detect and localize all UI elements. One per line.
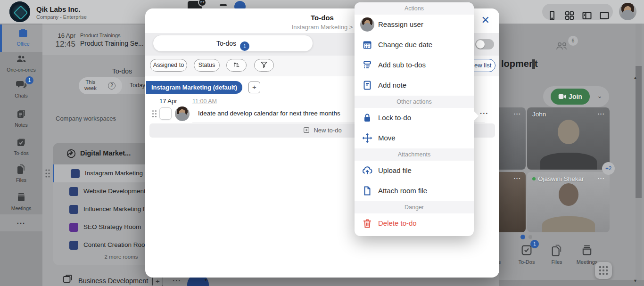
chevron-down-icon[interactable]: ▾ xyxy=(205,277,207,282)
sidebar-item-notes[interactable]: Notes xyxy=(0,108,42,128)
sidebar-item-chats[interactable]: Chats 1 xyxy=(0,79,42,98)
toolbar-item-files[interactable]: Files xyxy=(542,244,572,265)
tile-menu-icon[interactable]: ... xyxy=(598,109,605,116)
sidebar-item-todos[interactable]: To-dos xyxy=(0,137,42,156)
drag-handle-icon[interactable] xyxy=(45,169,50,178)
filter-today[interactable]: Today xyxy=(130,82,145,89)
tile-menu-icon[interactable]: ... xyxy=(514,173,521,180)
status-filter[interactable]: Status xyxy=(194,59,220,72)
join-call-button[interactable]: Join xyxy=(551,89,590,105)
apps-grid-button[interactable] xyxy=(595,262,612,279)
tab-todos[interactable]: To-dos1 xyxy=(153,35,313,51)
workspace-stack-icon xyxy=(61,273,74,285)
user-avatar[interactable] xyxy=(619,3,636,20)
add-list-button[interactable]: + xyxy=(248,82,260,93)
meeting-time: 12:45 xyxy=(53,40,75,49)
grid-layout-icon[interactable] xyxy=(564,10,575,21)
room-name: SEO Strategy Room xyxy=(83,223,141,230)
pagination-dot-active[interactable] xyxy=(520,235,525,239)
bottom-strip xyxy=(499,280,644,286)
overflow-participants-badge[interactable]: +2 xyxy=(602,162,615,175)
sidebar-item-meetings[interactable]: Meetings xyxy=(0,192,42,211)
pagination-dot[interactable] xyxy=(528,235,532,239)
files-icon xyxy=(550,244,563,257)
close-icon[interactable]: ✕ xyxy=(481,14,490,26)
this-week-count-badge: 2 xyxy=(108,82,116,90)
toggle-knob xyxy=(476,40,485,49)
room-color-swatch xyxy=(71,169,80,178)
sidebar-item-label: Chats xyxy=(0,93,42,98)
share-icon[interactable] xyxy=(66,148,76,159)
toolbar-label: Files xyxy=(542,259,572,265)
completed-toggle[interactable] xyxy=(475,39,494,49)
app-window: Qik Labs Inc. Company - Enterprise 27 Of… xyxy=(0,0,644,286)
join-options-chevron-icon[interactable]: ⌄ xyxy=(592,89,607,104)
people-icon xyxy=(16,58,27,66)
members-icon[interactable] xyxy=(555,40,569,51)
scroll-up-icon[interactable]: ▲ xyxy=(633,75,637,80)
scroll-down-icon[interactable]: ▼ xyxy=(633,278,637,283)
calendar-badge: 27 xyxy=(198,0,206,7)
assignee-avatar xyxy=(360,17,374,32)
minimize-icon[interactable] xyxy=(220,4,227,6)
tile-menu-icon[interactable]: ... xyxy=(598,173,605,180)
todo-time-link[interactable]: 11:00 AM xyxy=(192,98,217,105)
move-icon xyxy=(362,132,373,144)
list-tab-instagram-marketing[interactable]: Instagram Marketing (default) xyxy=(146,81,242,94)
workspace-business-development[interactable]: Business Development xyxy=(78,277,148,285)
filter-button[interactable] xyxy=(254,59,274,72)
split-layout-icon[interactable] xyxy=(581,10,593,21)
workspace-title: Digital Market... xyxy=(80,149,131,157)
todo-actions-button[interactable]: ... xyxy=(480,107,489,115)
assignee-avatar[interactable] xyxy=(175,106,190,121)
tile-menu-icon[interactable]: ... xyxy=(514,109,521,116)
todos-badge: 1 xyxy=(530,240,539,248)
sidebar-item-label: Files xyxy=(0,177,42,183)
toolbar-item-todos[interactable]: 1 To-Dos xyxy=(512,244,542,265)
assigned-to-filter[interactable]: Assigned to xyxy=(150,59,187,72)
title-marker xyxy=(532,59,535,69)
drag-handle-icon[interactable] xyxy=(152,110,157,118)
room-name: Instagram Marketing xyxy=(85,170,143,177)
sort-button[interactable] xyxy=(226,59,247,72)
cloud-upload-icon xyxy=(362,165,373,176)
participant-tile-ojaswini[interactable]: Ojaswini Shekar ... xyxy=(527,172,610,232)
participant-name: Ojaswini Shekar xyxy=(532,175,584,182)
menu-item-add-sub-todos[interactable]: Add sub to-dos xyxy=(355,55,474,75)
archive-icon xyxy=(16,196,27,204)
scrollbar-thumb[interactable] xyxy=(636,66,642,198)
company-workspaces-label[interactable]: Company workspaces xyxy=(56,115,116,122)
room-color-swatch xyxy=(69,223,78,232)
menu-item-upload-file[interactable]: Upload file xyxy=(355,161,474,181)
menu-section-header: Danger xyxy=(355,201,474,213)
room-name: Content Creation Roo xyxy=(83,241,145,248)
notes-icon xyxy=(16,113,27,121)
menu-item-add-note[interactable]: Add note xyxy=(355,75,474,96)
company-logo[interactable] xyxy=(9,1,30,22)
todo-checkbox[interactable] xyxy=(159,107,172,120)
meeting-title: Product Training Se... xyxy=(80,40,144,47)
sidebar-item-files[interactable]: Files xyxy=(0,163,42,183)
menu-item-move[interactable]: Move xyxy=(355,128,474,148)
menu-item-lock-todo[interactable]: Lock to-do xyxy=(355,108,474,128)
menu-item-reassign-user[interactable]: Reassign user xyxy=(355,15,474,35)
participant-tile-john[interactable]: John ... xyxy=(527,107,610,170)
funnel-icon xyxy=(260,60,268,69)
meeting-category: Product Trainings xyxy=(80,33,121,38)
toolbar-item-meetings[interactable]: Meetings xyxy=(572,244,602,265)
sidebar-more-button[interactable]: ... xyxy=(0,214,42,231)
menu-item-delete-todo[interactable]: Delete to-do xyxy=(355,213,474,234)
menu-item-attach-room-file[interactable]: Attach room file xyxy=(355,181,474,201)
sidebar-item-office[interactable]: Office xyxy=(0,25,42,52)
mobile-layout-icon[interactable] xyxy=(546,10,558,21)
room-color-swatch xyxy=(69,205,78,214)
sidebar-item-one-on-ones[interactable]: One-on-ones xyxy=(0,53,42,73)
menu-item-change-due-date[interactable]: Change due date xyxy=(355,35,474,55)
archive-icon xyxy=(580,244,594,257)
chevron-down-icon: ▾ xyxy=(113,116,116,121)
full-layout-icon[interactable] xyxy=(599,10,610,21)
add-room-button[interactable]: + xyxy=(152,276,163,286)
participant-photo xyxy=(542,216,595,232)
check-square-icon xyxy=(16,141,27,149)
menu-section-header: Attachments xyxy=(355,148,474,161)
